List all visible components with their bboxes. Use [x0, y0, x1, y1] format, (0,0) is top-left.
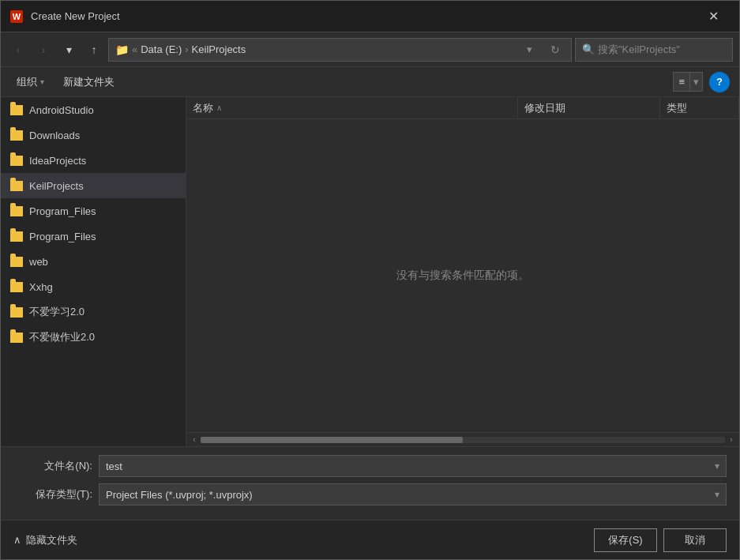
filetype-label: 保存类型(T): — [13, 487, 92, 502]
address-folder-icon: 📁 — [115, 43, 129, 56]
filetype-select[interactable]: Project Files (*.uvproj; *.uvprojx) ▾ — [99, 483, 727, 506]
filetype-row: 保存类型(T): Project Files (*.uvproj; *.uvpr… — [13, 483, 727, 506]
sidebar-item-label: AndroidStudio — [29, 104, 94, 116]
filetype-dropdown-arrow[interactable]: ▾ — [715, 489, 719, 500]
up-button[interactable]: ↑ — [83, 39, 105, 61]
organize-button[interactable]: 组织 ▾ — [10, 72, 51, 92]
main-content: AndroidStudio Downloads IdeaProjects Kei… — [1, 97, 739, 446]
sidebar-item-program-files-2[interactable]: Program_Files — [1, 224, 186, 249]
breadcrumb-separator-1: › — [185, 43, 188, 55]
sidebar-item-web[interactable]: web — [1, 249, 186, 274]
bottom-form: 文件名(N): ▾ 保存类型(T): Project Files (*.uvpr… — [1, 446, 739, 520]
search-input[interactable] — [598, 43, 726, 55]
view-icon: ≡ — [674, 73, 689, 91]
sidebar-item-program-files-1[interactable]: Program_Files — [1, 198, 186, 224]
hide-folders-button[interactable]: ∧ 隐藏文件夹 — [13, 533, 77, 547]
footer: ∧ 隐藏文件夹 保存(S) 取消 — [1, 520, 739, 559]
hide-folders-label: 隐藏文件夹 — [26, 533, 77, 547]
filename-input[interactable] — [106, 460, 715, 472]
view-dropdown-arrow: ▾ — [689, 73, 702, 91]
folder-icon — [10, 130, 23, 141]
address-bar[interactable]: 📁 « Data (E:) › KeilProjects ▾ ↻ — [108, 38, 572, 62]
new-folder-label: 新建文件夹 — [63, 75, 115, 89]
dialog-window: W Create New Project ✕ ‹ › ▾ ↑ 📁 « Data … — [0, 0, 740, 560]
app-icon: W — [9, 9, 24, 24]
search-bar[interactable]: 🔍 — [575, 38, 733, 62]
column-name-label: 名称 — [193, 101, 213, 115]
scroll-track[interactable] — [201, 437, 725, 443]
breadcrumb-data-e[interactable]: Data (E:) — [141, 43, 182, 55]
sidebar-item-ideaprojects[interactable]: IdeaProjects — [1, 148, 186, 173]
empty-message: 没有与搜索条件匹配的项。 — [396, 269, 529, 283]
file-area: 名称 ∧ 修改日期 类型 没有与搜索条件匹配的项。 ‹ › — [186, 97, 739, 446]
recent-locations-button[interactable]: ▾ — [58, 39, 80, 61]
sidebar-item-androidstudio[interactable]: AndroidStudio — [1, 97, 186, 122]
cancel-button[interactable]: 取消 — [663, 528, 727, 552]
save-button[interactable]: 保存(S) — [594, 528, 657, 552]
search-icon: 🔍 — [582, 43, 595, 55]
file-content-empty: 没有与搜索条件匹配的项。 — [186, 119, 739, 432]
view-button[interactable]: ≡ ▾ — [673, 72, 703, 92]
organize-label: 组织 — [17, 75, 37, 89]
sidebar-item-keilprojects[interactable]: KeilProjects — [1, 173, 186, 198]
sidebar-item-label: KeilProjects — [29, 180, 84, 192]
hide-folders-icon: ∧ — [13, 534, 21, 546]
filename-row: 文件名(N): ▾ — [13, 455, 727, 477]
close-button[interactable]: ✕ — [695, 1, 731, 32]
svg-text:W: W — [13, 12, 21, 21]
folder-icon — [10, 105, 23, 115]
folder-icon — [10, 231, 23, 242]
refresh-button[interactable]: ↻ — [546, 43, 565, 56]
column-type-label: 类型 — [667, 101, 687, 115]
folder-icon — [10, 181, 23, 191]
sidebar-item-label: 不爱学习2.0 — [29, 305, 85, 319]
new-folder-button[interactable]: 新建文件夹 — [57, 72, 121, 92]
dialog-title: Create New Project — [31, 10, 695, 22]
horizontal-scrollbar[interactable]: ‹ › — [186, 432, 739, 446]
filename-input-wrap[interactable]: ▾ — [99, 455, 727, 477]
column-header-type[interactable]: 类型 — [660, 97, 739, 118]
sidebar-item-nostudy[interactable]: 不爱学习2.0 — [1, 299, 186, 325]
column-date-label: 修改日期 — [524, 101, 565, 115]
folder-icon — [10, 156, 23, 166]
sidebar-item-label: Program_Files — [29, 205, 96, 217]
organize-dropdown-arrow: ▾ — [40, 77, 44, 86]
folder-icon — [10, 333, 23, 343]
breadcrumb-double-arrow: « — [132, 43, 137, 55]
breadcrumb: « Data (E:) › KeilProjects — [132, 43, 524, 55]
filename-dropdown-arrow[interactable]: ▾ — [715, 460, 719, 472]
folder-icon — [10, 206, 23, 216]
sidebar-item-downloads[interactable]: Downloads — [1, 122, 186, 148]
sidebar-item-label: 不爱做作业2.0 — [29, 330, 95, 344]
sidebar-item-label: Xxhg — [29, 281, 53, 293]
sidebar-item-label: web — [29, 256, 48, 268]
back-button[interactable]: ‹ — [7, 39, 29, 61]
folder-icon — [10, 257, 23, 267]
column-header-date[interactable]: 修改日期 — [518, 97, 660, 118]
file-list-header: 名称 ∧ 修改日期 类型 — [186, 97, 739, 119]
toolbar: 组织 ▾ 新建文件夹 ≡ ▾ ? — [1, 67, 739, 97]
sidebar-item-label: IdeaProjects — [29, 155, 86, 167]
sidebar-item-label: Program_Files — [29, 231, 96, 242]
filename-label: 文件名(N): — [13, 459, 92, 473]
scroll-right-button[interactable]: › — [725, 434, 738, 446]
sidebar-item-nohomework[interactable]: 不爱做作业2.0 — [1, 325, 186, 350]
filetype-value: Project Files (*.uvproj; *.uvprojx) — [106, 489, 715, 501]
folder-icon — [10, 282, 23, 292]
sort-arrow-name: ∧ — [216, 103, 222, 112]
breadcrumb-keilprojects[interactable]: KeilProjects — [192, 43, 246, 55]
scroll-left-button[interactable]: ‹ — [188, 434, 201, 446]
navigation-bar: ‹ › ▾ ↑ 📁 « Data (E:) › KeilProjects ▾ ↻… — [1, 32, 739, 67]
folder-icon — [10, 307, 23, 318]
forward-button[interactable]: › — [32, 39, 54, 61]
sidebar-item-xxhg[interactable]: Xxhg — [1, 274, 186, 299]
column-header-name[interactable]: 名称 ∧ — [186, 97, 518, 118]
address-dropdown-button[interactable]: ▾ — [527, 43, 543, 55]
scroll-thumb[interactable] — [201, 437, 463, 443]
sidebar: AndroidStudio Downloads IdeaProjects Kei… — [1, 97, 186, 446]
help-button[interactable]: ? — [709, 72, 730, 92]
sidebar-item-label: Downloads — [29, 130, 80, 141]
titlebar: W Create New Project ✕ — [1, 1, 739, 32]
